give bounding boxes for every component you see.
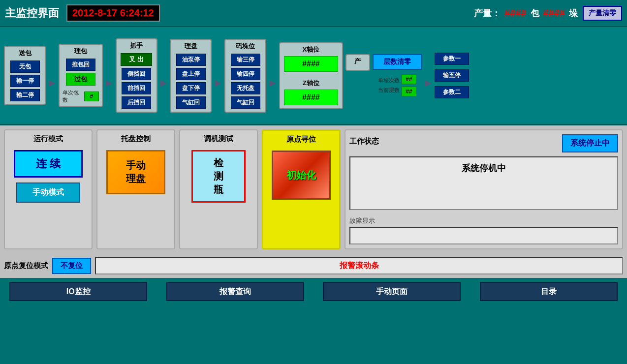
manual-mode-button[interactable]: 手动模式 (16, 182, 80, 203)
production-value1: #### (504, 7, 527, 19)
arrange-tray-title: 理盘 (185, 42, 197, 51)
arrange-package-block: 理包 推包回 过包 单次包数 # (59, 44, 103, 107)
page-title: 主监控界面 (5, 6, 59, 21)
layer-clear-button[interactable]: 层数清零 (373, 54, 422, 70)
origin-panel: 原点寻位 初始化 (262, 129, 341, 249)
gripper-block: 抓手 叉 出 侧挡回 前挡回 后挡回 (116, 38, 157, 113)
status-display: 系统停机中 (349, 156, 618, 210)
cylinder-back-btn2[interactable]: 气缸回 (231, 96, 260, 109)
single-stack-times-label: 单垛次数 (378, 77, 400, 84)
header: 主监控界面 2012-8-17 6:24:12 产量： #### 包 #### … (0, 0, 627, 27)
gripper-title: 抓手 (130, 41, 143, 50)
front-guard-back-btn[interactable]: 前挡回 (122, 82, 151, 94)
detect-bottle-button[interactable]: 检测瓶 (191, 150, 246, 203)
tray-panel-title: 托盘控制 (121, 134, 151, 144)
production-small-title: 产 (354, 57, 361, 66)
send-package-title: 送包 (19, 49, 31, 58)
stack-position-title: 码垛位 (236, 42, 255, 51)
production-value2: #### (543, 7, 565, 19)
cylinder-back-btn1[interactable]: 气缸回 (176, 96, 206, 109)
single-pkg-count-label: 单次包数 (63, 89, 83, 104)
current-layer-value: ## (402, 87, 416, 96)
arrow4: ► (213, 77, 223, 90)
arrange-package-title: 理包 (74, 47, 87, 56)
single-pkg-count-value: # (84, 91, 99, 101)
status-panel-title: 工作状态 (349, 137, 379, 146)
input3-stop-btn[interactable]: 输三停 (231, 54, 260, 66)
tray-control-panel: 托盘控制 手动理盘 (96, 129, 175, 249)
detect-bottle-label: 检测瓶 (214, 156, 223, 196)
z-axis-title: Z轴位 (284, 79, 338, 88)
input4-stop-btn[interactable]: 输四停 (231, 68, 260, 80)
mode-panel-title: 运行模式 (33, 134, 63, 144)
tray-up-stop-btn[interactable]: 盘上停 (176, 68, 206, 80)
pass-pkg-btn[interactable]: 过包 (66, 73, 95, 86)
production-label: 产量： (474, 7, 501, 19)
oil-pump-stop-btn[interactable]: 油泵停 (176, 54, 206, 66)
no-reset-button[interactable]: 不复位 (52, 258, 91, 274)
stack-position-block: 码垛位 输三停 输四停 无托盘 气缸回 (224, 39, 266, 113)
output5-stop-btn[interactable]: 输五停 (435, 69, 469, 82)
rear-guard-back-btn[interactable]: 后挡回 (122, 96, 151, 109)
single-stack-times-value: ## (402, 74, 416, 84)
current-layer-label: 当前层数 (378, 87, 400, 94)
continuous-mode-button[interactable]: 连 续 (14, 150, 83, 178)
arrow2: ► (104, 77, 115, 90)
fault-label: 故障显示 (349, 216, 375, 225)
fault-display (349, 227, 618, 244)
fork-out-btn[interactable]: 叉 出 (121, 53, 152, 66)
param2-btn[interactable]: 参数二 (435, 86, 469, 98)
right-controls-block: 参数一 输五停 参数二 (435, 52, 469, 99)
production-unit2: 垛 (569, 7, 578, 19)
origin-mode-label: 原点复位模式 (4, 261, 48, 271)
axis-block: X轴位 #### Z轴位 #### (279, 42, 343, 109)
test-panel: 调机测试 检测瓶 (179, 129, 258, 249)
push-pkg-back-btn[interactable]: 推包回 (66, 59, 95, 71)
arrow3: ► (158, 77, 169, 90)
bottom-section: 原点复位模式 不复位 报警滚动条 (0, 253, 627, 278)
z-axis-value: #### (284, 90, 338, 105)
x-axis-value: #### (284, 56, 338, 72)
arrow6: ► (423, 77, 434, 90)
status-panel: 工作状态 系统停止中 系统停机中 故障显示 (345, 129, 623, 249)
input2-stop-btn[interactable]: 输二停 (10, 89, 40, 101)
mode-panel: 运行模式 连 续 手动模式 (4, 129, 93, 249)
send-package-block: 送包 无包 输一停 输二停 (4, 46, 46, 105)
input1-stop-btn[interactable]: 输一停 (10, 75, 40, 87)
no-package-btn[interactable]: 无包 (10, 61, 40, 73)
production-small-block: 产 (345, 54, 370, 71)
test-panel-title: 调机测试 (204, 134, 233, 144)
production-unit1: 包 (531, 7, 539, 19)
production-control-area: 产 层数清零 单垛次数 当前层数 ## ## (345, 54, 422, 97)
io-monitor-button[interactable]: IO监控 (9, 282, 147, 301)
directory-button[interactable]: 目录 (480, 282, 618, 301)
tray-down-stop-btn[interactable]: 盘下停 (176, 82, 206, 94)
alarm-query-button[interactable]: 报警查询 (166, 282, 304, 301)
initialize-button[interactable]: 初始化 (272, 151, 331, 200)
system-stop-button[interactable]: 系统停止中 (562, 134, 618, 152)
arrow5: ► (267, 77, 278, 90)
manual-page-button[interactable]: 手动页面 (323, 282, 461, 301)
no-pallet-btn[interactable]: 无托盘 (231, 82, 260, 94)
side-guard-back-btn[interactable]: 侧挡回 (122, 68, 151, 80)
process-flow-section: 送包 无包 输一停 输二停 ► 理包 推包回 过包 单次包数 # ► 抓手 叉 … (0, 27, 627, 125)
x-axis-title: X轴位 (284, 45, 338, 54)
datetime-display: 2012-8-17 6:24:12 (66, 4, 160, 22)
production-info: 产量： #### 包 #### 垛 (474, 7, 578, 19)
manual-arrange-tray-label: 手动理盘 (126, 159, 146, 185)
manual-arrange-tray-button[interactable]: 手动理盘 (106, 150, 165, 194)
alert-bar-text: 报警滚动条 (340, 261, 379, 271)
origin-panel-title: 原点寻位 (286, 135, 316, 144)
alert-bar: 报警滚动条 (95, 257, 623, 274)
param1-btn[interactable]: 参数一 (435, 53, 469, 65)
clear-production-button[interactable]: 产量清零 (583, 6, 622, 21)
main-control-section: 运行模式 连 续 手动模式 托盘控制 手动理盘 调机测试 检测瓶 原点寻位 初始… (0, 125, 627, 253)
arrow1: ► (47, 77, 58, 90)
arrange-tray-block: 理盘 油泵停 盘上停 盘下停 气缸回 (170, 39, 212, 113)
footer: IO监控 报警查询 手动页面 目录 (0, 278, 627, 305)
